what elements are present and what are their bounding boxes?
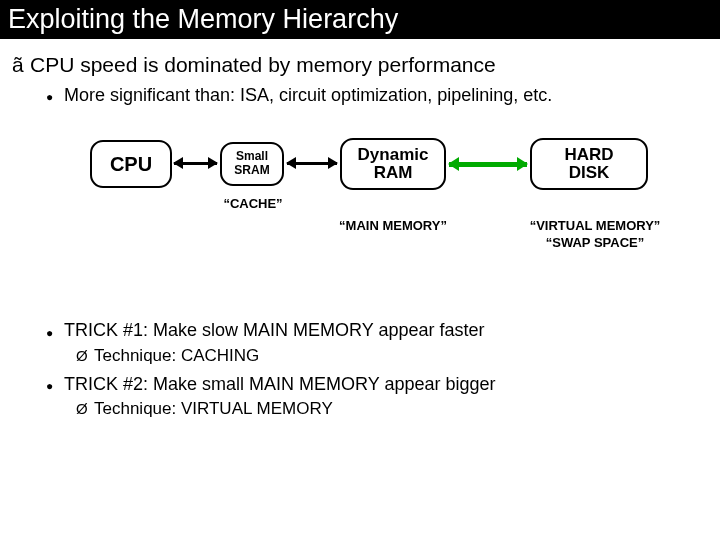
dram-line1: Dynamic — [358, 146, 429, 165]
main-bullet: ãCPU speed is dominated by memory perfor… — [12, 53, 708, 77]
trick-1-text: TRICK #1: Make slow MAIN MEMORY appear f… — [64, 320, 484, 340]
arrow-cpu-sram — [174, 162, 217, 165]
dot-icon — [46, 375, 64, 395]
sub-bullet-1: More significant than: ISA, circuit opti… — [46, 85, 720, 106]
trick-2-technique-text: Technique: VIRTUAL MEMORY — [94, 399, 333, 418]
caption-virtual-memory: “VIRTUAL MEMORY” “SWAP SPACE” — [520, 218, 670, 252]
arrow-sram-dram — [287, 162, 337, 165]
dram-line2: RAM — [374, 164, 413, 183]
trick-1-bullet: TRICK #1: Make slow MAIN MEMORY appear f… — [46, 320, 720, 341]
disk-line1: HARD — [564, 146, 613, 165]
memory-hierarchy-diagram: CPU Small SRAM Dynamic RAM HARD DISK “CA… — [60, 140, 720, 290]
trick-2-text: TRICK #2: Make small MAIN MEMORY appear … — [64, 374, 495, 394]
sram-line2: SRAM — [234, 164, 269, 178]
sram-box: Small SRAM — [220, 142, 284, 186]
caption-vm-line2: “SWAP SPACE” — [546, 235, 644, 250]
cpu-box: CPU — [90, 140, 172, 188]
trick-2-technique: Technique: VIRTUAL MEMORY — [76, 399, 720, 419]
dram-box: Dynamic RAM — [340, 138, 446, 190]
sram-line1: Small — [236, 150, 268, 164]
trick-1-technique-text: Technique: CACHING — [94, 346, 259, 365]
arrow-dram-disk — [449, 162, 527, 167]
disk-line2: DISK — [569, 164, 610, 183]
caption-vm-line1: “VIRTUAL MEMORY” — [530, 218, 661, 233]
bullet-glyph: ã — [12, 53, 30, 77]
slide-title: Exploiting the Memory Hierarchy — [0, 0, 720, 39]
chevron-icon — [76, 346, 94, 366]
caption-cache: “CACHE” — [212, 196, 294, 211]
trick-1-technique: Technique: CACHING — [76, 346, 720, 366]
caption-main-memory: “MAIN MEMORY” — [322, 218, 464, 233]
main-bullet-text: CPU speed is dominated by memory perform… — [30, 53, 496, 76]
disk-box: HARD DISK — [530, 138, 648, 190]
dot-icon — [46, 322, 64, 342]
chevron-icon — [76, 399, 94, 419]
trick-2-bullet: TRICK #2: Make small MAIN MEMORY appear … — [46, 374, 720, 395]
sub-bullet-1-text: More significant than: ISA, circuit opti… — [64, 85, 552, 105]
dot-icon — [46, 86, 64, 106]
